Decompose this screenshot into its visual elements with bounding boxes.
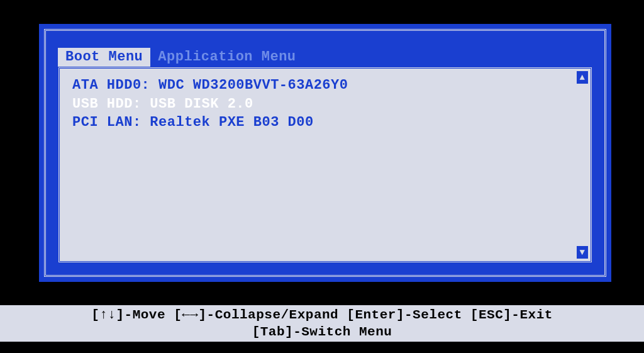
help-line-2: [Tab]-Switch Menu: [252, 323, 392, 340]
scroll-up-icon[interactable]: ▲: [577, 71, 588, 84]
tab-boot-menu[interactable]: Boot Menu: [58, 48, 150, 67]
boot-list-panel: ATA HDD0: WDC WD3200BVVT-63A26Y0USB HDD:…: [58, 67, 592, 263]
tab-application-menu[interactable]: Application Menu: [150, 48, 303, 67]
help-bar: [↑↓]-Move [←→]-Collapse/Expand [Enter]-S…: [0, 305, 644, 342]
boot-item-2[interactable]: PCI LAN: Realtek PXE B03 D00: [72, 113, 572, 132]
boot-item-1[interactable]: USB HDD: USB DISK 2.0: [72, 95, 572, 114]
bios-screen: Boot Menu Application Menu ATA HDD0: WDC…: [0, 0, 644, 353]
boot-device-list[interactable]: ATA HDD0: WDC WD3200BVVT-63A26Y0USB HDD:…: [72, 76, 572, 132]
scroll-down-icon[interactable]: ▼: [577, 246, 588, 259]
bios-window: Boot Menu Application Menu ATA HDD0: WDC…: [39, 24, 611, 282]
help-line-1: [↑↓]-Move [←→]-Collapse/Expand [Enter]-S…: [91, 306, 553, 323]
boot-item-0[interactable]: ATA HDD0: WDC WD3200BVVT-63A26Y0: [72, 76, 572, 95]
tab-bar: Boot Menu Application Menu: [58, 48, 304, 67]
